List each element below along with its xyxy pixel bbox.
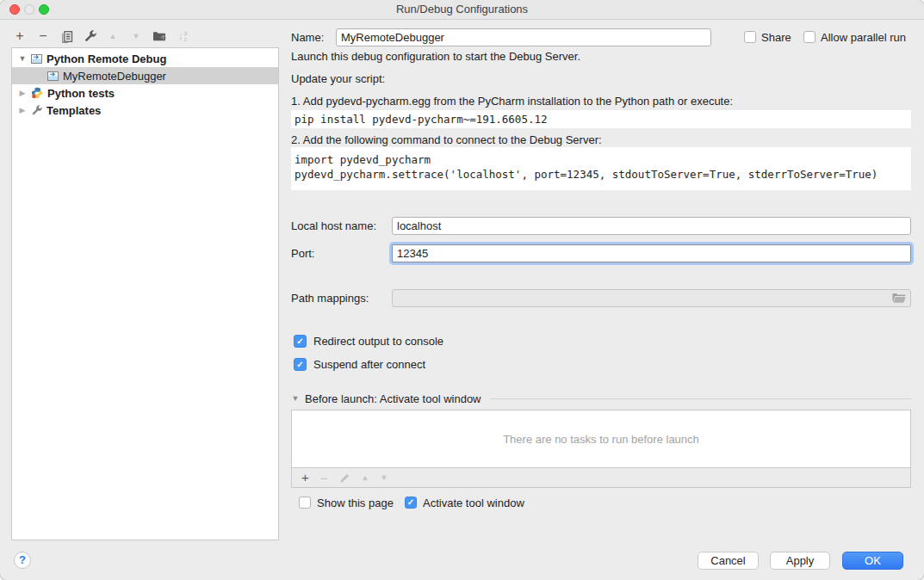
tree-item-label: MyRemoteDebugger [63, 70, 166, 83]
local-host-name-label: Local host name: [291, 217, 376, 235]
tree-item-label: Python Remote Debug [47, 52, 166, 65]
port-label: Port: [291, 244, 314, 262]
port-input[interactable] [392, 244, 911, 262]
show-this-page-checkbox[interactable] [299, 497, 311, 509]
show-this-page-label: Show this page [317, 494, 394, 512]
check-icon: ✓ [296, 359, 303, 371]
tree-item-label: Templates [47, 104, 101, 117]
path-mappings-input[interactable] [392, 289, 911, 307]
remote-debug-config-icon [47, 71, 59, 82]
share-checkbox[interactable] [744, 31, 756, 43]
local-host-name-input[interactable] [392, 217, 911, 235]
intro-line-2: Update your script: [291, 70, 385, 88]
allow-parallel-run-checkbox[interactable] [803, 31, 815, 43]
redirect-output-label: Redirect output to console [313, 332, 443, 350]
new-folder-icon[interactable] [152, 29, 166, 43]
tree-item-myremotedebugger-selected[interactable]: MyRemoteDebugger [12, 67, 278, 84]
add-configuration-icon[interactable]: + [13, 29, 27, 43]
share-label: Share [761, 28, 791, 46]
before-launch-title: Before launch: Activate tool window [305, 392, 481, 405]
run-debug-configurations-dialog: Run/Debug Configurations + − ▲ ▼ [0, 0, 924, 580]
code-line-1: import pydevd_pycharm [295, 152, 911, 167]
task-list-toolbar: + − ▲ ▼ [291, 468, 911, 488]
add-task-icon[interactable]: + [301, 471, 309, 484]
tree-item-python-tests[interactable]: ▶ Python tests [12, 84, 278, 102]
before-launch-task-list[interactable]: There are no tasks to run before launch [291, 410, 911, 468]
cancel-button[interactable]: Cancel [698, 552, 759, 570]
no-tasks-message: There are no tasks to run before launch [503, 433, 699, 446]
configurations-tree: ▼ Python Remote Debug MyRemoteDebugger [11, 47, 279, 540]
tree-item-label: Python tests [47, 87, 115, 100]
section-divider [490, 398, 911, 399]
tree-item-python-remote-debug[interactable]: ▼ Python Remote Debug [12, 50, 278, 67]
remove-task-icon[interactable]: − [320, 471, 328, 485]
minimize-window-button[interactable] [24, 4, 34, 15]
close-window-button[interactable] [9, 4, 20, 15]
remove-configuration-icon[interactable]: − [36, 29, 50, 43]
pip-install-command: pip install pydevd-pycharm~=191.6605.12 [291, 110, 911, 128]
name-label: Name: [291, 28, 324, 46]
chevron-right-icon[interactable]: ▶ [18, 106, 27, 114]
edit-templates-wrench-icon[interactable] [83, 29, 96, 43]
intro-line-1: Launch this debug configuration to start… [291, 47, 580, 65]
help-button[interactable]: ? [14, 552, 31, 569]
configurations-toolbar: + − ▲ ▼ ↓ a z [13, 26, 189, 46]
remote-debug-config-icon [31, 53, 42, 65]
check-icon: ✓ [407, 497, 414, 509]
sort-alphabetically-icon[interactable]: ↓ a z [176, 29, 189, 43]
copy-configuration-icon[interactable] [59, 29, 73, 43]
suspend-after-connect-label: Suspend after connect [313, 355, 425, 373]
browse-folder-icon[interactable] [892, 293, 906, 304]
suspend-after-connect-checkbox[interactable]: ✓ [294, 358, 307, 371]
code-line-2: pydevd_pycharm.settrace('localhost', por… [295, 167, 911, 182]
before-launch-section-header: ▼ Before launch: Activate tool window [291, 391, 911, 406]
title-bar: Run/Debug Configurations [0, 0, 924, 20]
activate-tool-window-label: Activate tool window [423, 494, 524, 512]
templates-wrench-icon [31, 105, 42, 116]
ok-button[interactable]: OK [842, 552, 903, 570]
collapse-section-icon[interactable]: ▼ [291, 394, 300, 403]
help-icon: ? [19, 553, 26, 566]
tree-item-templates[interactable]: ▶ Templates [12, 102, 278, 119]
move-down-icon[interactable]: ▼ [129, 29, 143, 43]
python-tests-icon [31, 87, 43, 99]
step-1-text: 1. Add pydevd-pycharm.egg from the PyCha… [291, 92, 733, 110]
allow-parallel-run-label: Allow parallel run [821, 28, 906, 46]
zoom-window-button[interactable] [39, 4, 49, 15]
name-input[interactable] [336, 28, 711, 46]
step-2-text: 2. Add the following command to connect … [291, 131, 602, 149]
settrace-code-block: import pydevd_pycharm pydevd_pycharm.set… [291, 147, 911, 190]
move-up-icon[interactable]: ▲ [106, 29, 120, 43]
path-mappings-label: Path mappings: [291, 289, 369, 307]
apply-button[interactable]: Apply [770, 552, 830, 570]
edit-task-icon[interactable] [339, 472, 350, 484]
move-task-up-icon[interactable]: ▲ [362, 474, 369, 482]
activate-tool-window-checkbox[interactable]: ✓ [405, 497, 417, 509]
move-task-down-icon[interactable]: ▼ [380, 474, 388, 482]
redirect-output-checkbox[interactable]: ✓ [294, 335, 307, 348]
chevron-down-icon[interactable]: ▼ [18, 54, 27, 63]
chevron-right-icon[interactable]: ▶ [18, 89, 27, 97]
check-icon: ✓ [296, 336, 303, 348]
window-title: Run/Debug Configurations [0, 0, 924, 19]
